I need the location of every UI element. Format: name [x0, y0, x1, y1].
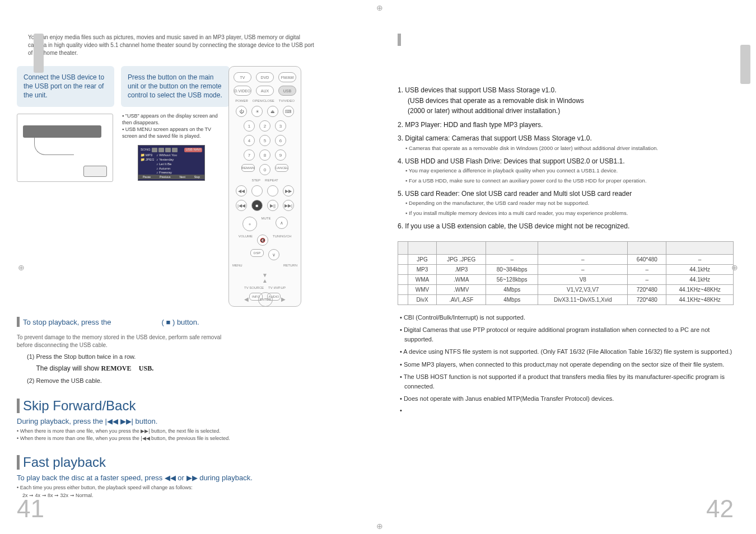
table-header — [666, 242, 734, 255]
step2-note1: "USB" appears on the display screen and … — [122, 113, 218, 125]
table-cell: .AVI,.ASF — [437, 295, 486, 305]
screen-icon — [165, 148, 171, 152]
play-icon: ▶|| — [267, 200, 278, 211]
cable-icon — [34, 138, 74, 155]
dpad: ▲ ◀ ▶ ▼ ENTER — [240, 274, 290, 282]
table-cell: .WMV — [437, 285, 486, 295]
remote-btn: FM/AM — [278, 72, 296, 82]
safe-removal-steps: (1) Press the Stop button twice in a row… — [27, 352, 353, 386]
bar-icon — [17, 399, 20, 413]
page-number: 41 — [17, 495, 44, 523]
table-header — [628, 242, 666, 255]
repeat-icon — [267, 185, 278, 196]
table-cell: WMA — [408, 275, 436, 285]
table-cell: 80~384kbps — [486, 265, 538, 275]
table-cell — [398, 285, 408, 295]
table-cell: 720*480 — [628, 295, 666, 305]
step-2-box: Press the button on the main unit or the… — [121, 66, 230, 107]
bar-icon — [398, 34, 401, 46]
table-cell: 44.1kHz — [666, 265, 734, 275]
table-cell — [398, 255, 408, 265]
compatible-devices-list: 1. USB devices that support USB Mass Sto… — [398, 85, 734, 231]
table-cell: – — [628, 265, 666, 275]
console-icon — [23, 125, 101, 138]
remote-control-illustration: TV DVD FM/AM D.VIDEO AUX USB POWEROPEN/C… — [228, 66, 301, 307]
table-cell: 44.1KHz~48KHz — [666, 285, 734, 295]
step-2-text: Press the button on the main unit or the… — [128, 73, 223, 100]
screen-title: SONG — [141, 148, 151, 152]
table-cell: DivX3.11~DivX5.1,Xvid — [538, 295, 628, 305]
skip-notes: • When there is more than one file, when… — [17, 428, 353, 442]
table-cell: 640*480 — [628, 255, 666, 265]
step2-a: Press the — [128, 73, 156, 81]
table-cell: MP3 — [408, 265, 436, 275]
right-icon: ▶ — [277, 292, 290, 306]
substep-1: (1) Press the Stop button twice in a row… — [27, 352, 353, 362]
table-cell: – — [628, 275, 666, 285]
list-bullet: Cameras that operate as a removable disk… — [405, 144, 734, 153]
page-42: 1. USB devices that support USB Mass Sto… — [381, 0, 750, 534]
note-item: Does not operate with Janus enabled MTP(… — [400, 394, 734, 404]
screen-tracks: ♪ Without You ♪ Yesterday ♪ Let It Be ♪ … — [156, 153, 177, 175]
list-item: 4. USB HDD and USB Flash Drive: Devices … — [398, 156, 734, 167]
fast-section-title: Fast playback — [17, 455, 353, 470]
step-1-box: Connect the USB device to the USB port o… — [17, 66, 114, 107]
table-cell: V8 — [538, 275, 628, 285]
table-header — [486, 242, 538, 255]
screen-bottombar: Pause Previous Next Stop — [138, 175, 204, 179]
table-cell: – — [538, 265, 628, 275]
down-icon: ▼ — [258, 268, 272, 282]
step2-note2: USB MENU screen appears on the TV screen… — [122, 127, 211, 139]
table-cell: 44.1kHz — [666, 275, 734, 285]
note-item: Digital Cameras that use PTP protocol or… — [400, 325, 734, 344]
note-item: A device using NTFS file system is not s… — [400, 347, 734, 357]
substep-1-result: The display will show REMOVE USB. — [27, 363, 353, 374]
table-cell: .WMA — [437, 275, 486, 285]
stop-b: ( ■ ) button. — [162, 318, 199, 326]
dimmer-icon: ☀ — [251, 106, 263, 117]
table-cell: V1,V2,V3,V7 — [538, 285, 628, 295]
screen-icon — [152, 148, 157, 152]
mute-icon: 🔇 — [257, 235, 268, 246]
vol-icon: ＋ — [242, 217, 257, 231]
side-tab — [740, 45, 750, 84]
spec-table: JPGJPG .JPEG––640*480–MP3.MP380~384kbps–… — [398, 241, 734, 305]
bar-icon — [17, 317, 20, 327]
table-cell: 56~128kbps — [486, 275, 538, 285]
fast-instruction: To play back the disc at a faster speed,… — [17, 474, 353, 482]
substep-2: (2) Remove the USB cable. — [27, 376, 353, 386]
table-cell: – — [538, 255, 628, 265]
remote-btn: DVD — [256, 72, 274, 82]
tune-up-icon: ∧ — [276, 217, 288, 229]
table-header — [437, 242, 486, 255]
table-cell: WMV — [408, 285, 436, 295]
page-41: You can enjoy media files such as pictur… — [0, 0, 370, 534]
list-bullet: For a USB HDD, make sure to connect an a… — [405, 177, 734, 185]
enter-btn: ENTER — [258, 292, 273, 307]
table-row: WMV.WMV4MbpsV1,V2,V3,V7720*48044.1KHz~48… — [398, 285, 734, 295]
steps-row: Connect the USB device to the USB port o… — [17, 66, 353, 307]
table-cell: – — [486, 255, 538, 265]
screen-folders: 📁 MP3 📁 JPEG — [141, 153, 154, 175]
list-bullet: Depending on the manufacturer, the USB c… — [405, 199, 734, 208]
eject-icon: ⏏ — [267, 106, 278, 117]
table-cell — [398, 265, 408, 275]
right-heading-area — [398, 34, 734, 46]
table-row: JPGJPG .JPEG––640*480– — [398, 255, 734, 265]
table-header — [398, 242, 408, 255]
screen-badge: USB NAVI — [184, 148, 202, 152]
safe-removal-note: To prevent damage to the memory stored i… — [17, 334, 230, 349]
list-item: 5. USB card Reader: One slot USB card re… — [398, 189, 734, 199]
ffwd-icon: ▶▶ — [283, 185, 294, 196]
skip-instruction: During playback, press the |◀◀ ▶▶| butto… — [17, 417, 353, 425]
rewind-icon: ◀◀ — [236, 185, 247, 196]
table-cell — [398, 275, 408, 285]
list-bullet: If you install multiple memory devices i… — [405, 209, 734, 218]
remote-usb-btn: USB — [278, 86, 296, 96]
list-item: 6. If you use a USB extension cable, the… — [398, 221, 734, 232]
list-subline: (2000 or later) without additional drive… — [408, 106, 734, 116]
list-subline: (USB devices that operate as a removable… — [408, 96, 734, 106]
tune-dn-icon: ∨ — [268, 249, 279, 260]
step-icon — [251, 185, 263, 196]
screen-icon — [158, 148, 164, 152]
